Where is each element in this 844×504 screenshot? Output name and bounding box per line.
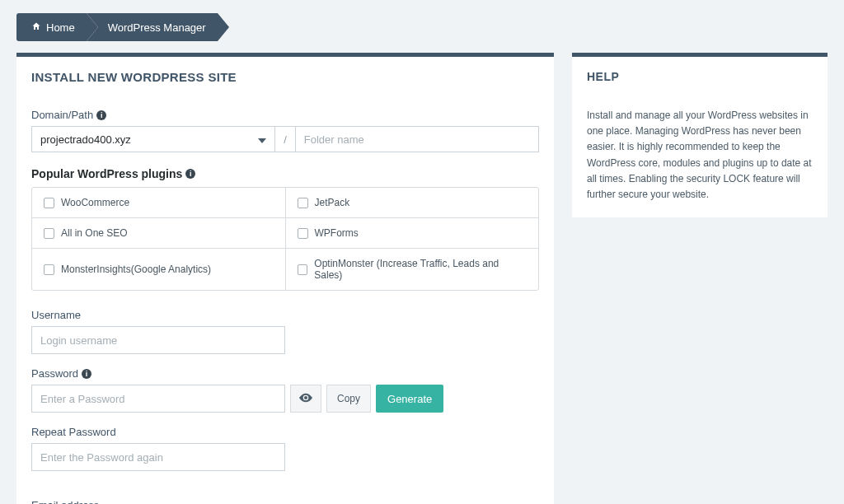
copy-button[interactable]: Copy: [326, 385, 371, 413]
username-input[interactable]: [31, 326, 285, 354]
plugin-jetpack[interactable]: JetPack: [286, 188, 539, 217]
info-icon[interactable]: i: [185, 169, 195, 179]
folder-name-input[interactable]: [296, 126, 539, 152]
breadcrumb-home-label: Home: [46, 21, 75, 34]
plugin-optinmonster[interactable]: OptinMonster (Increase Traffic, Leads an…: [286, 249, 539, 290]
help-title: HELP: [587, 70, 813, 83]
checkbox[interactable]: [298, 264, 308, 275]
chevron-down-icon: [258, 133, 266, 146]
breadcrumb-wp-label: WordPress Manager: [108, 21, 206, 34]
password-label: Password i: [16, 367, 554, 380]
breadcrumb-wp-manager[interactable]: WordPress Manager: [87, 13, 218, 41]
checkbox[interactable]: [44, 228, 54, 239]
breadcrumb-home[interactable]: Home: [16, 13, 87, 41]
username-label: Username: [16, 309, 554, 321]
checkbox[interactable]: [298, 198, 308, 208]
domain-selected-value: projectrado400.xyz: [40, 133, 131, 146]
checkbox[interactable]: [44, 264, 54, 275]
email-label: Email address: [16, 499, 554, 504]
plugins-heading: Popular WordPress plugins i: [16, 167, 554, 180]
domain-select[interactable]: projectrado400.xyz: [31, 126, 275, 152]
toggle-password-visibility-button[interactable]: [290, 385, 321, 413]
eye-icon: [299, 393, 312, 405]
repeat-password-label: Repeat Password: [16, 426, 554, 438]
generate-button[interactable]: Generate: [376, 385, 443, 413]
info-icon[interactable]: i: [82, 369, 91, 379]
info-icon[interactable]: i: [96, 110, 106, 120]
checkbox[interactable]: [298, 228, 308, 239]
path-separator: /: [275, 126, 296, 152]
repeat-password-input[interactable]: [31, 443, 285, 471]
help-body: Install and manage all your WordPress we…: [587, 108, 813, 203]
plugin-wpforms[interactable]: WPForms: [286, 218, 539, 248]
main-panel: INSTALL NEW WORDPRESS SITE Domain/Path i…: [16, 53, 554, 504]
breadcrumb: Home WordPress Manager: [0, 0, 844, 53]
help-panel: HELP Install and manage all your WordPre…: [572, 53, 828, 217]
home-icon: [31, 21, 41, 34]
domain-path-label: Domain/Path i: [16, 109, 554, 121]
password-input[interactable]: [31, 385, 285, 413]
plugin-all-in-one-seo[interactable]: All in One SEO: [32, 218, 286, 248]
page-title: INSTALL NEW WORDPRESS SITE: [16, 70, 554, 89]
plugin-woocommerce[interactable]: WooCommerce: [32, 188, 286, 217]
checkbox[interactable]: [44, 198, 54, 208]
plugin-monsterinsights[interactable]: MonsterInsights(Google Analytics): [32, 249, 286, 290]
plugins-grid: WooCommerce JetPack All in One SEO WPFor…: [31, 187, 539, 291]
